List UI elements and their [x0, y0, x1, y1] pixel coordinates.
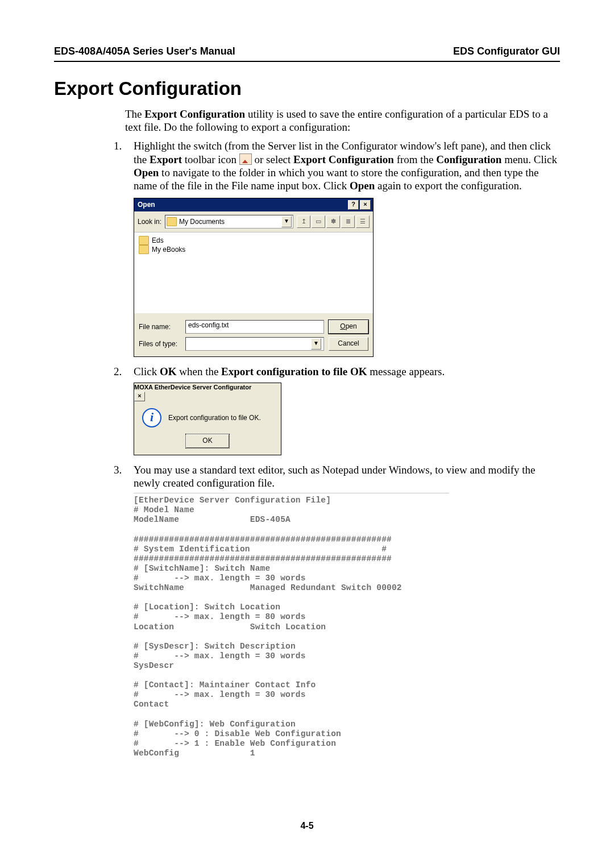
- help-button[interactable]: ?: [348, 200, 359, 210]
- header-left: EDS-408A/405A Series User's Manual: [54, 45, 235, 57]
- open-dialog-title: Open: [138, 201, 155, 209]
- file-item-label: Eds: [152, 236, 164, 245]
- config-file-preview: [EtherDevice Server Configuration File] …: [134, 493, 449, 758]
- lookin-dropdown-button[interactable]: ▼: [281, 216, 292, 227]
- folder-icon: [167, 217, 177, 226]
- confirm-dialog-title: MOXA EtherDevice Server Configurator: [134, 384, 251, 391]
- open-dialog-titlebar: Open ? ×: [134, 198, 373, 211]
- filename-input[interactable]: eds-config.txt: [185, 320, 324, 334]
- details-view-button[interactable]: ☰: [356, 215, 370, 228]
- step-3: You may use a standard text editor, such…: [114, 463, 560, 758]
- desktop-button[interactable]: ▭: [312, 215, 325, 228]
- filename-label: File name:: [139, 323, 181, 331]
- up-one-level-button[interactable]: ↥: [297, 215, 310, 228]
- ok-button[interactable]: OK: [186, 434, 229, 448]
- file-item-label: My eBooks: [152, 245, 185, 254]
- close-button[interactable]: ×: [134, 392, 145, 401]
- folder-icon: [139, 245, 149, 254]
- config-file-text: [EtherDevice Server Configuration File] …: [134, 496, 449, 758]
- open-dialog: Open ? × Look in: My Documents ▼ ↥: [134, 198, 374, 357]
- info-icon: i: [142, 408, 161, 427]
- export-toolbar-icon: [239, 153, 252, 165]
- lookin-combo[interactable]: My Documents ▼: [165, 215, 293, 229]
- file-item[interactable]: Eds: [139, 236, 368, 245]
- page-number: 4-5: [54, 821, 560, 831]
- new-folder-button[interactable]: ✽: [326, 215, 340, 228]
- list-view-button[interactable]: ≣: [341, 215, 355, 228]
- confirm-dialog: MOXA EtherDevice Server Configurator × i…: [134, 383, 281, 455]
- intro-paragraph: The Export Configuration utility is used…: [125, 107, 560, 134]
- header-right: EDS Configurator GUI: [453, 45, 560, 57]
- folder-icon: [139, 236, 149, 245]
- lookin-label: Look in:: [138, 218, 161, 226]
- file-item[interactable]: My eBooks: [139, 245, 368, 254]
- lookin-value: My Documents: [179, 218, 279, 226]
- filetype-label: Files of type:: [139, 340, 181, 348]
- step-2: Click OK when the Export configuration t…: [114, 365, 560, 455]
- cancel-button[interactable]: Cancel: [329, 337, 368, 351]
- page-header: EDS-408A/405A Series User's Manual EDS C…: [54, 45, 560, 62]
- filetype-combo[interactable]: ▼: [185, 337, 324, 351]
- file-list-area[interactable]: Eds My eBooks: [134, 232, 373, 313]
- close-button[interactable]: ×: [360, 200, 371, 210]
- step-1: Highlight the switch (from the Server li…: [114, 139, 560, 357]
- section-title: Export Configuration: [54, 78, 560, 99]
- open-button[interactable]: Open: [329, 320, 368, 334]
- confirm-message: Export configuration to file OK.: [168, 414, 261, 422]
- confirm-dialog-titlebar: MOXA EtherDevice Server Configurator ×: [134, 383, 281, 401]
